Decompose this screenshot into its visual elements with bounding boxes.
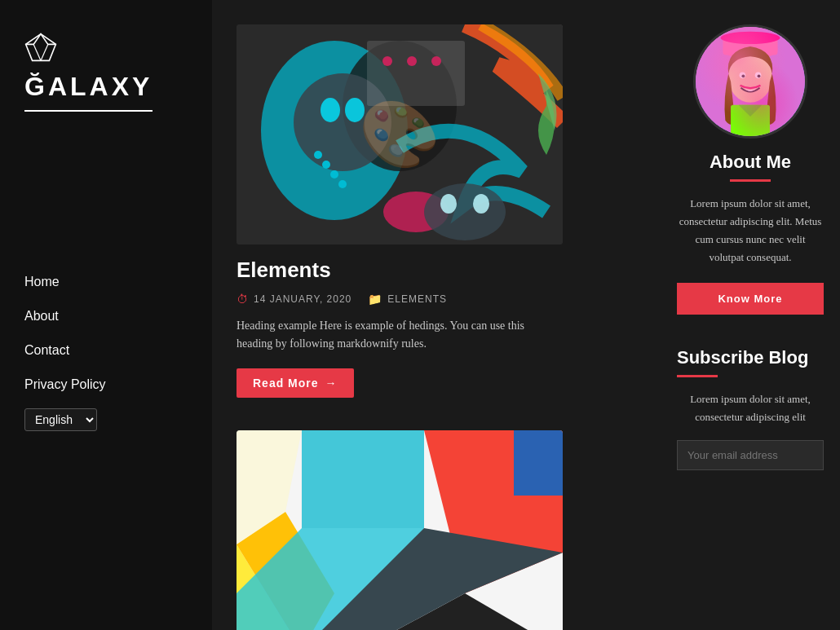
nav-item-privacy-policy[interactable]: Privacy Policy (24, 377, 188, 392)
nav-menu: Home About Contact Privacy Policy (24, 275, 188, 392)
svg-rect-37 (723, 37, 778, 55)
nav-item-about[interactable]: About (24, 309, 188, 324)
post-date-text-1: 14 JANUARY, 2020 (254, 293, 351, 305)
post-title-1: Elements (237, 258, 636, 283)
post-category-text-1: ELEMENTS (387, 293, 447, 305)
post-image-1 (237, 24, 563, 245)
read-more-button-1[interactable]: Read More → (237, 368, 354, 398)
nav-item-home[interactable]: Home (24, 275, 188, 289)
right-sidebar: About Me Lorem ipsum dolor sit amet, con… (661, 0, 840, 630)
svg-point-17 (330, 170, 338, 178)
post-date-1: ⏱ 14 JANUARY, 2020 (237, 293, 351, 306)
post-card-2 (237, 430, 636, 630)
svg-point-40 (740, 73, 746, 79)
post-meta-1: ⏱ 14 JANUARY, 2020 📁 ELEMENTS (237, 293, 636, 306)
svg-rect-35 (696, 27, 805, 136)
svg-point-16 (322, 161, 330, 169)
about-text: Lorem ipsum dolor sit amet, consectetur … (677, 195, 824, 267)
svg-point-42 (741, 74, 745, 77)
know-more-button[interactable]: Know More (677, 283, 824, 315)
read-more-label-1: Read More (253, 377, 319, 390)
svg-point-22 (431, 56, 441, 66)
avatar-image (696, 27, 805, 136)
diamond-icon (24, 33, 57, 62)
svg-point-15 (314, 151, 322, 159)
language-selector[interactable]: English French German Spanish (24, 408, 188, 431)
language-dropdown[interactable]: English French German Spanish (24, 408, 97, 431)
svg-point-38 (721, 32, 780, 44)
svg-point-18 (338, 180, 347, 188)
subscribe-text: Lorem ipsum dolor sit amet, consectetur … (677, 390, 824, 426)
post-image-2 (237, 430, 563, 630)
svg-point-34 (696, 27, 805, 136)
post-excerpt-1: Heading example Here is example of hedin… (237, 317, 563, 354)
svg-point-41 (755, 73, 762, 79)
post-thumbnail-1 (237, 24, 563, 245)
clock-icon: ⏱ (237, 293, 249, 306)
about-underline (730, 179, 771, 182)
svg-point-14 (473, 194, 489, 214)
svg-point-12 (424, 183, 506, 240)
svg-point-36 (723, 37, 778, 59)
sidebar: ĞALAXY Home About Contact Privacy Policy… (0, 0, 212, 630)
svg-point-39 (728, 53, 772, 103)
svg-point-20 (382, 56, 392, 66)
about-me-title: About Me (677, 152, 824, 173)
nav-item-contact[interactable]: Contact (24, 343, 188, 358)
arrow-icon: → (325, 377, 338, 390)
svg-point-43 (758, 74, 761, 77)
svg-rect-19 (367, 41, 465, 106)
svg-rect-33 (514, 430, 563, 496)
author-avatar (693, 24, 807, 139)
svg-point-9 (321, 98, 340, 122)
post-card-1: Elements ⏱ 14 JANUARY, 2020 📁 ELEMENTS H… (237, 24, 636, 398)
subscribe-email-input[interactable] (677, 440, 824, 470)
logo-title: ĞALAXY (24, 72, 153, 112)
svg-point-13 (440, 194, 457, 214)
subscribe-blog-title: Subscribe Blog (677, 347, 824, 368)
subscribe-underline (677, 375, 718, 377)
svg-marker-0 (26, 34, 56, 61)
logo-area: ĞALAXY (24, 33, 188, 112)
svg-point-10 (345, 98, 365, 122)
svg-rect-44 (731, 105, 770, 136)
svg-marker-31 (302, 430, 424, 528)
post-thumbnail-2 (237, 430, 563, 630)
folder-icon: 📁 (368, 293, 382, 306)
main-content: Elements ⏱ 14 JANUARY, 2020 📁 ELEMENTS H… (212, 0, 661, 630)
svg-point-21 (407, 56, 417, 66)
post-category-1: 📁 ELEMENTS (368, 293, 447, 306)
